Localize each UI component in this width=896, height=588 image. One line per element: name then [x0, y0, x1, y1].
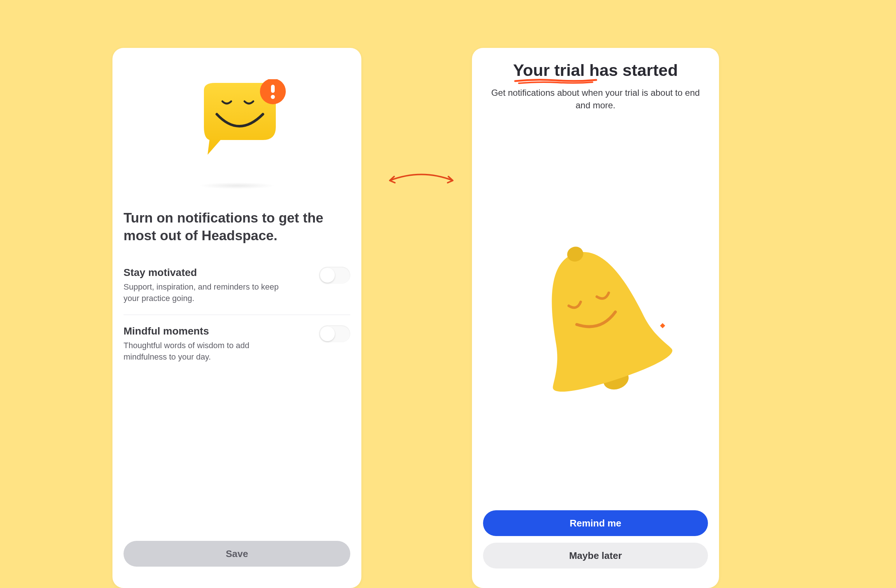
trial-subtext: Get notifications about when your trial …: [483, 87, 708, 111]
remind-me-label: Remind me: [570, 518, 621, 529]
underline-scribble-icon: [513, 78, 598, 85]
connector-arrow-icon: [385, 170, 457, 188]
divider: [123, 315, 350, 315]
chat-bubble-smile-icon: [186, 79, 289, 168]
toggle-list: Stay motivated Support, inspiration, and…: [123, 259, 350, 370]
remind-me-button[interactable]: Remind me: [483, 510, 708, 536]
maybe-later-button[interactable]: Maybe later: [483, 543, 708, 568]
toggle-stay-motivated: Stay motivated Support, inspiration, and…: [123, 259, 350, 312]
trial-started-card: Your trial has started Get notifications…: [472, 48, 719, 588]
trial-heading: Your trial has started: [513, 61, 678, 80]
save-button[interactable]: Save: [123, 541, 350, 567]
bell-smile-icon: [516, 236, 675, 398]
shadow-ellipse: [198, 182, 276, 189]
toggle-title: Stay motivated: [123, 267, 308, 278]
bell-illustration-container: [483, 122, 708, 510]
toggle-mindful-moments: Mindful moments Thoughtful words of wisd…: [123, 318, 350, 370]
toggle-switch-stay-motivated[interactable]: [319, 267, 350, 284]
illustration-container: [123, 62, 350, 182]
toggle-desc: Support, inspiration, and reminders to k…: [123, 281, 282, 304]
svg-rect-1: [271, 85, 275, 93]
svg-point-2: [271, 95, 275, 99]
save-button-label: Save: [226, 548, 248, 560]
maybe-later-label: Maybe later: [569, 550, 622, 561]
toggle-desc: Thoughtful words of wisdom to add mindfu…: [123, 340, 282, 363]
toggle-switch-mindful-moments[interactable]: [319, 325, 350, 342]
notifications-heading: Turn on notifications to get the most ou…: [123, 209, 350, 245]
toggle-title: Mindful moments: [123, 325, 308, 337]
notifications-card: Turn on notifications to get the most ou…: [113, 48, 361, 588]
